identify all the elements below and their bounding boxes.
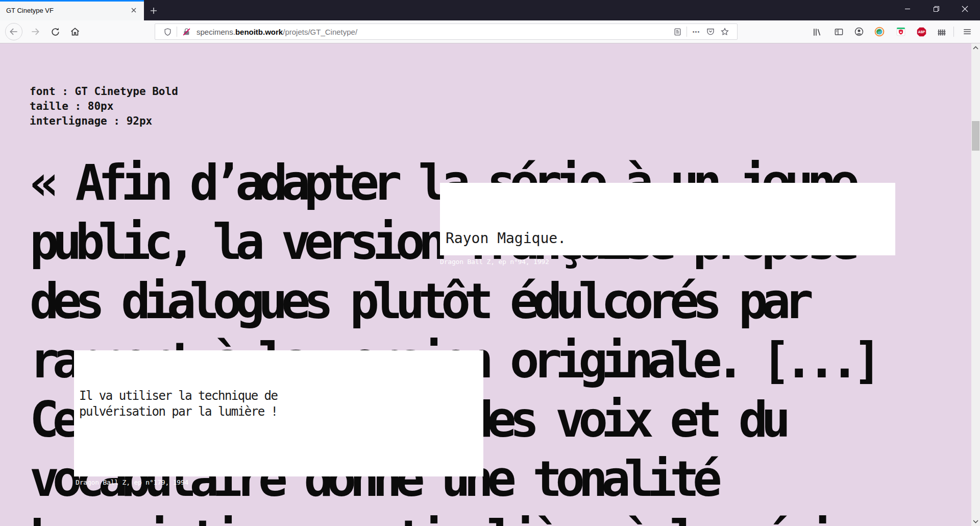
extension-fence-icon[interactable]	[933, 23, 950, 40]
specimen-leading-line: interlignage : 92px	[30, 115, 152, 127]
page-content: font : GT Cinetype Boldtaille : 80pxinte…	[0, 43, 980, 526]
page-actions-icon[interactable]: •••	[689, 25, 703, 38]
video-caption: Dragon Ball Z, ep n°94, 1992	[440, 258, 549, 266]
url-domain: benoitb.work	[235, 28, 283, 36]
navigation-toolbar: specimens.benoitb.work/projets/GT_Cinety…	[0, 20, 980, 43]
extension-shield-cat-icon[interactable]	[892, 23, 910, 40]
url-text[interactable]: specimens.benoitb.work/projets/GT_Cinety…	[197, 28, 670, 36]
reload-button[interactable]	[46, 23, 64, 40]
specimen-size-line: taille : 80px	[30, 100, 113, 112]
reader-mode-icon[interactable]	[670, 25, 684, 38]
adblock-plus-icon[interactable]: ABP	[913, 23, 930, 40]
specimen-font-line: font : GT Cinetype Bold	[30, 85, 178, 98]
scrollbar-down-arrow-icon[interactable]	[971, 517, 980, 526]
scrollbar-up-arrow-icon[interactable]	[971, 43, 980, 52]
account-icon[interactable]	[850, 23, 868, 40]
urlbar-separator	[177, 27, 177, 37]
scrollbar-thumb[interactable]	[972, 121, 979, 151]
insecure-lock-icon[interactable]	[179, 25, 193, 38]
window-close-button[interactable]	[950, 0, 979, 17]
menu-hamburger-icon[interactable]	[959, 23, 976, 40]
page-scrollbar[interactable]	[971, 43, 980, 526]
adblock-plus-label: ABP	[918, 30, 924, 34]
url-bar[interactable]: specimens.benoitb.work/projets/GT_Cinety…	[155, 23, 738, 40]
urlbar-separator	[687, 27, 687, 37]
window-minimize-button[interactable]	[893, 0, 922, 17]
bookmark-star-icon[interactable]	[718, 25, 732, 38]
tracking-protection-shield-icon[interactable]	[160, 25, 175, 38]
tab-bar: GT Cinetype VF	[0, 0, 980, 20]
quote-line: des dialogues plutôt édulcorés par	[30, 272, 875, 331]
toolbar-separator	[953, 27, 954, 37]
video-frame-2[interactable]: Il va utiliser la technique depulvérisat…	[74, 350, 483, 476]
url-path: /projets/GT_Cinetype/	[283, 28, 357, 36]
video-subtitle: Il va utiliser la technique depulvérisat…	[79, 388, 277, 420]
sidebar-toggle-icon[interactable]	[830, 23, 847, 40]
video-subtitle: Rayon Magique.	[446, 230, 566, 247]
home-button[interactable]	[66, 23, 84, 40]
library-icon[interactable]	[808, 23, 825, 40]
window-restore-button[interactable]	[922, 0, 950, 17]
pocket-icon[interactable]	[703, 25, 718, 38]
video-caption: Dragon Ball Z, ep n°179, 1994	[76, 479, 188, 486]
tab-title: GT Cinetype VF	[6, 7, 128, 14]
forward-button[interactable]	[27, 23, 44, 40]
specimen-info-block: font : GT Cinetype Boldtaille : 80pxinte…	[30, 84, 178, 129]
back-button[interactable]	[5, 23, 22, 40]
browser-tab[interactable]: GT Cinetype VF	[0, 0, 144, 20]
video-frame-1[interactable]: Rayon Magique.	[440, 183, 895, 255]
new-tab-button[interactable]	[147, 4, 160, 17]
active-tab-accent-line	[0, 0, 144, 2]
extension-globe-icon[interactable]	[871, 23, 888, 40]
quote-line: humoristique particulière à la série	[30, 509, 875, 526]
url-subdomain: specimens.	[197, 28, 235, 36]
tab-close-icon[interactable]	[128, 4, 140, 16]
